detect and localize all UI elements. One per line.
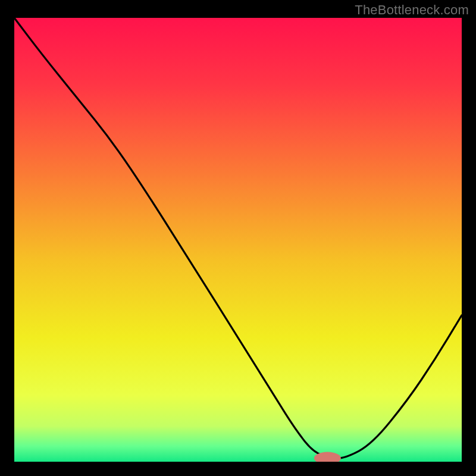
- watermark-text: TheBottleneck.com: [355, 2, 469, 18]
- bottleneck-chart: [14, 18, 462, 462]
- chart-frame: TheBottleneck.com: [0, 0, 476, 476]
- gradient-background: [14, 18, 462, 462]
- plot-area: [14, 18, 462, 462]
